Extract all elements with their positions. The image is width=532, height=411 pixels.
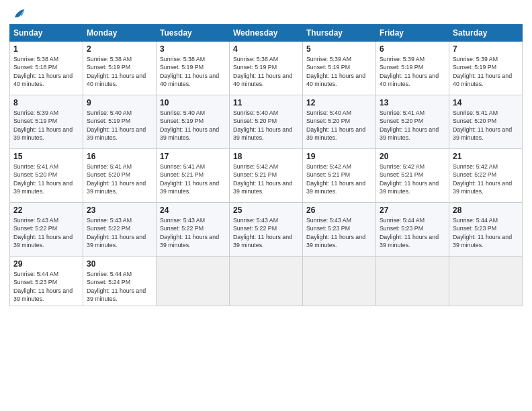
cell-day-number: 17 xyxy=(160,152,226,161)
cell-sun-info: Sunrise: 5:41 AMSunset: 5:20 PMDaylight:… xyxy=(453,109,519,142)
logo xyxy=(9,7,26,19)
cell-day-number: 2 xyxy=(87,44,152,54)
cell-sun-info: Sunrise: 5:44 AMSunset: 5:24 PMDaylight:… xyxy=(87,270,152,303)
weekday-header-wednesday: Wednesday xyxy=(230,25,303,42)
cell-sun-info: Sunrise: 5:41 AMSunset: 5:20 PMDaylight:… xyxy=(87,163,152,195)
cell-day-number: 8 xyxy=(13,98,79,107)
cell-sun-info: Sunrise: 5:38 AMSunset: 5:19 PMDaylight:… xyxy=(87,55,152,88)
calendar-cell: 27Sunrise: 5:44 AMSunset: 5:23 PMDayligh… xyxy=(376,203,449,257)
calendar-cell: 16Sunrise: 5:41 AMSunset: 5:20 PMDayligh… xyxy=(83,149,157,203)
cell-sun-info: Sunrise: 5:40 AMSunset: 5:19 PMDaylight:… xyxy=(160,109,226,142)
calendar-cell: 5Sunrise: 5:39 AMSunset: 5:19 PMDaylight… xyxy=(303,42,376,95)
cell-sun-info: Sunrise: 5:38 AMSunset: 5:19 PMDaylight:… xyxy=(233,55,299,88)
calendar-cell: 14Sunrise: 5:41 AMSunset: 5:20 PMDayligh… xyxy=(449,95,523,149)
cell-sun-info: Sunrise: 5:38 AMSunset: 5:19 PMDaylight:… xyxy=(160,55,226,88)
cell-day-number: 20 xyxy=(380,152,445,161)
calendar-cell: 26Sunrise: 5:43 AMSunset: 5:23 PMDayligh… xyxy=(303,203,376,257)
cell-sun-info: Sunrise: 5:43 AMSunset: 5:22 PMDaylight:… xyxy=(160,216,226,249)
cell-sun-info: Sunrise: 5:42 AMSunset: 5:22 PMDaylight:… xyxy=(453,163,519,195)
cell-sun-info: Sunrise: 5:44 AMSunset: 5:23 PMDaylight:… xyxy=(453,216,519,249)
cell-sun-info: Sunrise: 5:38 AMSunset: 5:18 PMDaylight:… xyxy=(13,55,79,88)
cell-day-number: 15 xyxy=(13,152,79,161)
calendar-cell: 18Sunrise: 5:42 AMSunset: 5:21 PMDayligh… xyxy=(230,149,303,203)
calendar-cell: 21Sunrise: 5:42 AMSunset: 5:22 PMDayligh… xyxy=(449,149,523,203)
cell-day-number: 4 xyxy=(233,44,299,54)
calendar-cell: 29Sunrise: 5:44 AMSunset: 5:23 PMDayligh… xyxy=(10,257,83,306)
calendar-cell: 2Sunrise: 5:38 AMSunset: 5:19 PMDaylight… xyxy=(83,42,157,95)
weekday-header-sunday: Sunday xyxy=(10,25,83,42)
calendar-cell: 3Sunrise: 5:38 AMSunset: 5:19 PMDaylight… xyxy=(157,42,230,95)
cell-sun-info: Sunrise: 5:42 AMSunset: 5:21 PMDaylight:… xyxy=(380,163,445,195)
cell-day-number: 24 xyxy=(160,205,226,215)
calendar-cell: 8Sunrise: 5:39 AMSunset: 5:19 PMDaylight… xyxy=(10,95,83,149)
cell-sun-info: Sunrise: 5:39 AMSunset: 5:19 PMDaylight:… xyxy=(306,55,372,88)
calendar-cell: 11Sunrise: 5:40 AMSunset: 5:20 PMDayligh… xyxy=(230,95,303,149)
cell-sun-info: Sunrise: 5:42 AMSunset: 5:21 PMDaylight:… xyxy=(306,163,372,195)
cell-day-number: 19 xyxy=(306,152,372,161)
cell-sun-info: Sunrise: 5:43 AMSunset: 5:22 PMDaylight:… xyxy=(87,216,152,249)
calendar-cell xyxy=(449,257,523,306)
cell-day-number: 25 xyxy=(233,205,299,215)
cell-day-number: 22 xyxy=(13,205,79,215)
cell-sun-info: Sunrise: 5:40 AMSunset: 5:20 PMDaylight:… xyxy=(233,109,299,142)
cell-day-number: 18 xyxy=(233,152,299,161)
cell-sun-info: Sunrise: 5:41 AMSunset: 5:20 PMDaylight:… xyxy=(380,109,445,142)
cell-day-number: 1 xyxy=(13,44,79,54)
calendar-cell xyxy=(230,257,303,306)
cell-day-number: 11 xyxy=(233,98,299,107)
calendar-cell: 23Sunrise: 5:43 AMSunset: 5:22 PMDayligh… xyxy=(83,203,157,257)
calendar-cell: 15Sunrise: 5:41 AMSunset: 5:20 PMDayligh… xyxy=(10,149,83,203)
logo-bird-icon xyxy=(11,7,26,21)
calendar-cell: 4Sunrise: 5:38 AMSunset: 5:19 PMDaylight… xyxy=(230,42,303,95)
calendar-cell: 25Sunrise: 5:43 AMSunset: 5:22 PMDayligh… xyxy=(230,203,303,257)
cell-day-number: 5 xyxy=(306,44,372,54)
calendar-cell: 20Sunrise: 5:42 AMSunset: 5:21 PMDayligh… xyxy=(376,149,449,203)
calendar-cell: 17Sunrise: 5:41 AMSunset: 5:21 PMDayligh… xyxy=(157,149,230,203)
cell-sun-info: Sunrise: 5:39 AMSunset: 5:19 PMDaylight:… xyxy=(13,109,79,142)
weekday-header-saturday: Saturday xyxy=(449,25,523,42)
calendar-cell: 10Sunrise: 5:40 AMSunset: 5:19 PMDayligh… xyxy=(157,95,230,149)
cell-day-number: 26 xyxy=(306,205,372,215)
cell-day-number: 29 xyxy=(13,259,79,269)
cell-day-number: 10 xyxy=(160,98,226,107)
calendar-table: SundayMondayTuesdayWednesdayThursdayFrid… xyxy=(9,24,523,306)
cell-day-number: 27 xyxy=(380,205,445,215)
calendar-cell: 12Sunrise: 5:40 AMSunset: 5:20 PMDayligh… xyxy=(303,95,376,149)
cell-sun-info: Sunrise: 5:40 AMSunset: 5:19 PMDaylight:… xyxy=(87,109,152,142)
cell-sun-info: Sunrise: 5:44 AMSunset: 5:23 PMDaylight:… xyxy=(13,270,79,303)
calendar-cell: 19Sunrise: 5:42 AMSunset: 5:21 PMDayligh… xyxy=(303,149,376,203)
cell-day-number: 7 xyxy=(453,44,519,54)
calendar-cell: 22Sunrise: 5:43 AMSunset: 5:22 PMDayligh… xyxy=(10,203,83,257)
cell-sun-info: Sunrise: 5:44 AMSunset: 5:23 PMDaylight:… xyxy=(380,216,445,249)
cell-day-number: 16 xyxy=(87,152,152,161)
cell-sun-info: Sunrise: 5:41 AMSunset: 5:21 PMDaylight:… xyxy=(160,163,226,195)
calendar-cell: 9Sunrise: 5:40 AMSunset: 5:19 PMDaylight… xyxy=(83,95,157,149)
cell-day-number: 12 xyxy=(306,98,372,107)
weekday-header-thursday: Thursday xyxy=(303,25,376,42)
cell-day-number: 30 xyxy=(87,259,152,269)
page-header xyxy=(9,7,523,19)
calendar-cell xyxy=(376,257,449,306)
cell-day-number: 28 xyxy=(453,205,519,215)
calendar-cell xyxy=(157,257,230,306)
cell-day-number: 13 xyxy=(380,98,445,107)
cell-sun-info: Sunrise: 5:43 AMSunset: 5:22 PMDaylight:… xyxy=(13,216,79,249)
calendar-cell: 6Sunrise: 5:39 AMSunset: 5:19 PMDaylight… xyxy=(376,42,449,95)
cell-day-number: 9 xyxy=(87,98,152,107)
cell-day-number: 3 xyxy=(160,44,226,54)
cell-sun-info: Sunrise: 5:42 AMSunset: 5:21 PMDaylight:… xyxy=(233,163,299,195)
weekday-header-tuesday: Tuesday xyxy=(157,25,230,42)
cell-day-number: 23 xyxy=(87,205,152,215)
calendar-cell: 13Sunrise: 5:41 AMSunset: 5:20 PMDayligh… xyxy=(376,95,449,149)
calendar-cell: 30Sunrise: 5:44 AMSunset: 5:24 PMDayligh… xyxy=(83,257,157,306)
weekday-header-friday: Friday xyxy=(376,25,449,42)
cell-day-number: 6 xyxy=(380,44,445,54)
cell-day-number: 14 xyxy=(453,98,519,107)
cell-sun-info: Sunrise: 5:43 AMSunset: 5:23 PMDaylight:… xyxy=(306,216,372,249)
cell-day-number: 21 xyxy=(453,152,519,161)
cell-sun-info: Sunrise: 5:39 AMSunset: 5:19 PMDaylight:… xyxy=(453,55,519,88)
weekday-header-monday: Monday xyxy=(83,25,157,42)
calendar-cell: 7Sunrise: 5:39 AMSunset: 5:19 PMDaylight… xyxy=(449,42,523,95)
calendar-cell: 28Sunrise: 5:44 AMSunset: 5:23 PMDayligh… xyxy=(449,203,523,257)
cell-sun-info: Sunrise: 5:40 AMSunset: 5:20 PMDaylight:… xyxy=(306,109,372,142)
